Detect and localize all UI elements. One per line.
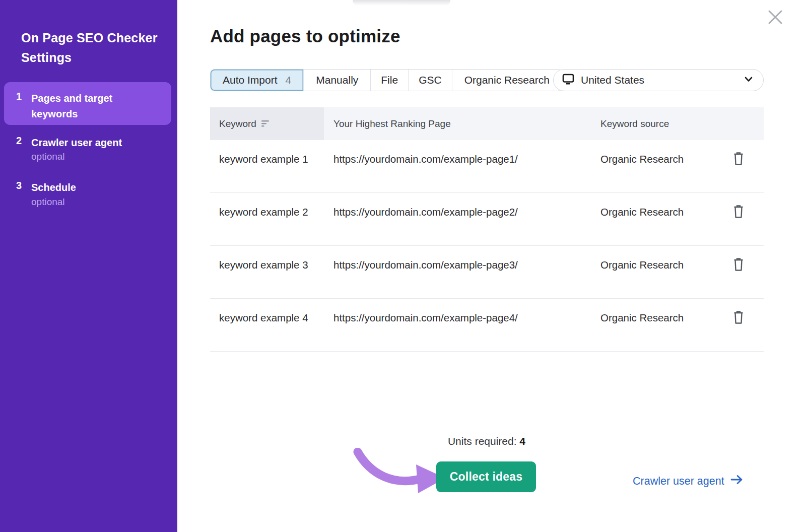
step-number: 3	[16, 180, 22, 191]
column-header-keyword[interactable]: Keyword	[219, 107, 270, 140]
url-cell: https://yourdomain.com/example-page4/	[333, 310, 595, 326]
column-header-label: Keyword	[219, 118, 256, 129]
sidebar-title: On Page SEO Checker Settings	[21, 28, 162, 68]
delete-icon[interactable]	[730, 203, 747, 220]
step-optional-label: optional	[31, 151, 65, 162]
page-title: Add pages to optimize	[210, 26, 400, 46]
tab-count-badge: 4	[286, 74, 292, 86]
source-cell: Organic Research	[600, 257, 684, 273]
delete-icon[interactable]	[730, 150, 747, 167]
onpage-seo-settings-modal: On Page SEO Checker Settings 1 Pages and…	[0, 0, 806, 532]
table-row: keyword example 1 https://yourdomain.com…	[210, 140, 764, 193]
table-row: keyword example 2 https://yourdomain.com…	[210, 193, 764, 246]
units-required: Units required: 4	[210, 435, 763, 447]
import-source-tabs: Auto Import 4 Manually File GSC Organic …	[210, 69, 562, 91]
crawler-user-agent-link-label: Crawler user agent	[633, 475, 724, 488]
units-required-value: 4	[519, 435, 525, 447]
keyword-cell: keyword example 3	[219, 257, 317, 273]
delete-icon[interactable]	[730, 256, 747, 273]
url-cell: https://yourdomain.com/example-page3/	[333, 257, 595, 273]
source-cell: Organic Research	[600, 204, 684, 220]
tab-manually[interactable]: Manually	[303, 70, 370, 91]
close-icon[interactable]	[765, 7, 786, 28]
column-header-source: Keyword source	[600, 107, 669, 140]
tab-label: Auto Import	[223, 74, 278, 86]
delete-icon[interactable]	[730, 309, 747, 326]
tab-label: GSC	[419, 74, 442, 86]
sidebar-item-crawler-user-agent[interactable]: Crawler user agent	[31, 135, 152, 151]
tab-label: Manually	[316, 74, 358, 86]
settings-sidebar: On Page SEO Checker Settings 1 Pages and…	[0, 0, 177, 532]
tab-gsc[interactable]: GSC	[408, 70, 452, 91]
step-number: 2	[16, 135, 22, 147]
tab-auto-import[interactable]: Auto Import 4	[211, 70, 303, 91]
sidebar-item-schedule[interactable]: Schedule	[31, 180, 152, 195]
country-selector-value: United States	[581, 74, 743, 86]
step-optional-label: optional	[31, 196, 65, 208]
table-header: Keyword Your Highest Ranking Page Keywor…	[210, 107, 764, 140]
crawler-user-agent-link[interactable]: Crawler user agent	[633, 474, 744, 488]
step-label: Pages and target keywords	[31, 91, 140, 122]
table-row: keyword example 4 https://yourdomain.com…	[210, 299, 764, 352]
tab-label: Organic Research	[464, 74, 550, 86]
monitor-icon	[562, 73, 575, 88]
tab-organic-research[interactable]: Organic Research	[452, 70, 562, 91]
source-cell: Organic Research	[600, 151, 684, 167]
url-cell: https://yourdomain.com/example-page1/	[333, 151, 595, 167]
url-cell: https://yourdomain.com/example-page2/	[333, 204, 595, 220]
chevron-down-icon	[743, 74, 754, 87]
source-cell: Organic Research	[600, 310, 684, 326]
sidebar-item-pages-and-keywords[interactable]: 1 Pages and target keywords	[4, 82, 171, 125]
keywords-table: Keyword Your Highest Ranking Page Keywor…	[210, 107, 764, 352]
tab-file[interactable]: File	[370, 70, 408, 91]
tab-label: File	[381, 74, 398, 86]
collect-ideas-button[interactable]: Collect ideas	[436, 461, 536, 492]
column-header-label: Keyword source	[600, 118, 669, 129]
arrow-right-icon	[730, 474, 744, 488]
units-required-label: Units required:	[448, 435, 519, 447]
column-header-label: Your Highest Ranking Page	[333, 118, 451, 129]
keyword-cell: keyword example 2	[219, 204, 317, 220]
table-row: keyword example 3 https://yourdomain.com…	[210, 246, 764, 299]
keyword-cell: keyword example 1	[219, 151, 317, 167]
column-header-page: Your Highest Ranking Page	[333, 107, 451, 140]
step-number: 1	[16, 91, 22, 102]
country-selector[interactable]: United States	[553, 69, 764, 91]
top-tooltip-shadow	[353, 0, 450, 6]
keyword-cell: keyword example 4	[219, 310, 317, 326]
annotation-arrow	[353, 448, 448, 498]
sort-icon	[261, 118, 270, 129]
